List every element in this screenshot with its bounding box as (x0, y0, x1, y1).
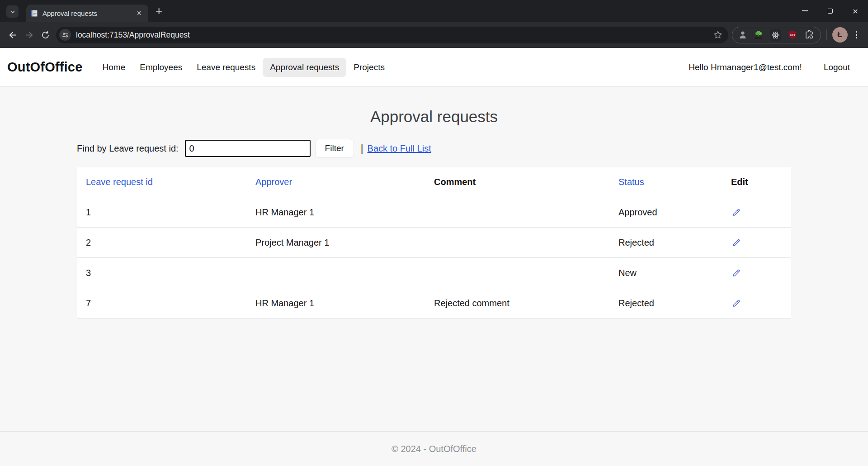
table-row: 1 HR Manager 1 Approved (77, 197, 791, 228)
nav-employees[interactable]: Employees (132, 58, 189, 77)
header-account-area: Hello Hrmanager1@test.com! Logout (681, 58, 857, 77)
ublock-extension-icon[interactable]: uO (788, 30, 797, 40)
site-footer: © 2024 - OutOfOffice (0, 431, 868, 466)
brand-logo[interactable]: OutOfOffice (7, 60, 83, 75)
cell-approver: Project Manager 1 (246, 238, 425, 248)
filter-button[interactable]: Filter (315, 139, 354, 158)
nav-home[interactable]: Home (95, 58, 133, 77)
cell-status: New (609, 268, 722, 278)
tab-close-icon[interactable]: × (134, 8, 144, 18)
column-header-leave-request-id[interactable]: Leave request id (86, 177, 153, 187)
nav-projects[interactable]: Projects (346, 58, 392, 77)
forward-button[interactable] (21, 27, 37, 43)
tab-title: Approval requests (42, 10, 134, 17)
edit-pencil-icon[interactable] (731, 207, 741, 218)
edit-pencil-icon[interactable] (731, 238, 741, 248)
approval-requests-table: Leave request id Approver Comment Status… (77, 167, 791, 319)
cell-approver: HR Manager 1 (246, 298, 425, 309)
site-settings-icon (61, 31, 70, 39)
svg-text:HTML: HTML (755, 37, 762, 39)
cell-leave-request-id: 3 (77, 268, 246, 278)
chevron-down-icon (9, 8, 17, 16)
nav-leave-requests[interactable]: Leave requests (189, 58, 263, 77)
extensions-cluster: HTML uO (732, 27, 821, 43)
cell-leave-request-id: 7 (77, 298, 246, 309)
back-button[interactable] (5, 27, 21, 43)
account-greeting-link[interactable]: Hello Hrmanager1@test.com! (681, 58, 809, 77)
table-row: 3 New (77, 258, 791, 288)
cell-leave-request-id: 2 (77, 238, 246, 248)
minimize-button[interactable] (792, 0, 817, 22)
table-row: 7 HR Manager 1 Rejected comment Rejected (77, 288, 791, 319)
forward-icon (24, 30, 34, 40)
maximize-icon (828, 9, 833, 14)
filter-row: Find by Leave request id: Filter | Back … (77, 139, 868, 158)
cell-status: Rejected (609, 298, 722, 309)
site-info-button[interactable] (59, 29, 71, 41)
address-bar[interactable]: localhost:7153/ApprovalRequest (56, 27, 728, 43)
footer-copyright: © 2024 - OutOfOffice (392, 444, 476, 454)
tab-strip: Approval requests × + × (0, 0, 868, 22)
html-tree-extension-icon[interactable]: HTML (754, 30, 764, 40)
column-header-approver[interactable]: Approver (255, 177, 292, 187)
url-text: localhost:7153/ApprovalRequest (76, 30, 713, 40)
toolbar-divider (826, 29, 827, 40)
edit-pencil-icon[interactable] (731, 298, 741, 309)
minimize-icon (802, 10, 808, 11)
reload-icon (41, 30, 50, 40)
cell-status: Approved (609, 207, 722, 218)
bookmark-star-icon[interactable] (713, 30, 723, 40)
browser-menu-button[interactable] (851, 28, 862, 43)
page-title: Approval requests (0, 108, 868, 126)
back-to-full-list-link[interactable]: Back to Full List (368, 143, 431, 154)
cell-status: Rejected (609, 238, 722, 248)
filter-separator: | (361, 143, 363, 154)
reload-button[interactable] (37, 27, 53, 43)
browser-tab[interactable]: Approval requests × (26, 5, 148, 22)
tab-search-button[interactable] (6, 5, 19, 18)
column-header-comment: Comment (434, 177, 476, 187)
window-close-button[interactable]: × (843, 0, 868, 22)
browser-toolbar: localhost:7153/ApprovalRequest HTML uO (0, 22, 868, 48)
cell-comment: Rejected comment (425, 298, 609, 309)
back-icon (8, 30, 18, 40)
table-row: 2 Project Manager 1 Rejected (77, 228, 791, 258)
column-header-edit: Edit (731, 177, 748, 187)
profile-extension-icon[interactable] (738, 30, 747, 39)
maximize-button[interactable] (817, 0, 843, 22)
cell-leave-request-id: 1 (77, 207, 246, 218)
browser-profile-avatar[interactable]: Ł (832, 27, 848, 43)
leave-request-id-input[interactable] (185, 140, 311, 157)
window-controls: × (792, 0, 868, 22)
svg-text:uO: uO (790, 33, 794, 37)
page-content: Approval requests Find by Leave request … (0, 87, 868, 431)
tab-favicon-icon (30, 10, 38, 17)
cell-approver: HR Manager 1 (246, 207, 425, 218)
site-header: OutOfOffice Home Employees Leave request… (0, 48, 868, 87)
filter-label: Find by Leave request id: (77, 143, 179, 154)
main-nav: Home Employees Leave requests Approval r… (95, 58, 392, 77)
logout-link[interactable]: Logout (816, 58, 857, 77)
browser-window: Approval requests × + × localhost:7153/A… (0, 0, 868, 466)
table-header-row: Leave request id Approver Comment Status… (77, 167, 791, 197)
new-tab-button[interactable]: + (156, 5, 162, 17)
nav-approval-requests[interactable]: Approval requests (263, 58, 346, 77)
react-devtools-extension-icon[interactable] (770, 29, 781, 41)
edit-pencil-icon[interactable] (731, 268, 741, 278)
column-header-status[interactable]: Status (618, 177, 644, 187)
extensions-puzzle-icon[interactable] (804, 29, 815, 40)
